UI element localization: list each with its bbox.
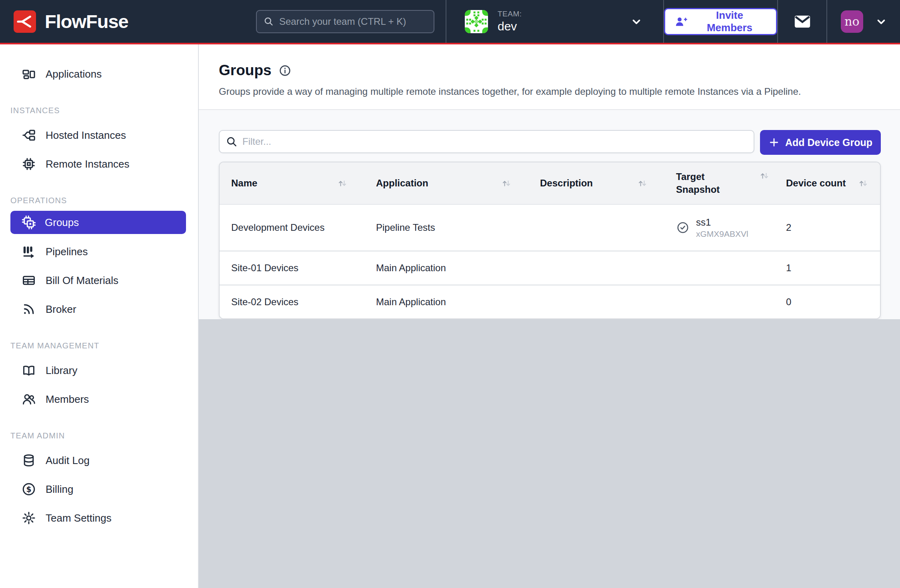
library-icon [22,363,36,378]
billing-icon: $ [22,482,36,496]
groups-toolbar: Add Device Group [219,130,881,155]
sidebar-section-instances: INSTANCES [0,106,198,115]
sidebar-item-team-settings[interactable]: Team Settings [0,504,198,532]
sidebar-section-team-management: TEAM MANAGEMENT [0,341,198,350]
chevron-down-icon[interactable] [875,16,887,28]
groups-icon [22,215,36,230]
sort-icon[interactable] [500,178,512,189]
empty-background-area [199,319,900,588]
column-header-device-count[interactable]: Device count [786,178,880,189]
team-switcher[interactable]: TEAM: dev [446,0,664,43]
check-circle-icon [676,221,690,234]
sidebar-item-groups[interactable]: Groups [10,211,186,234]
sidebar-item-hosted-instances[interactable]: Hosted Instances [0,121,198,150]
cell-name: Development Devices [231,222,376,233]
team-avatar [465,10,488,33]
cell-application: Main Application [376,262,540,274]
top-navigation-bar: FlowFuse [0,0,900,44]
chevron-down-icon[interactable] [630,16,642,28]
add-device-group-label: Add Device Group [785,137,872,148]
notifications-button[interactable] [778,0,827,43]
sidebar-section-operations: OPERATIONS [0,196,198,205]
header-search-zone [256,0,446,43]
hosted-instances-icon [22,128,36,142]
sidebar-item-pipelines[interactable]: Pipelines [0,237,198,266]
cell-device-count: 1 [786,262,880,274]
cell-device-count: 0 [786,296,880,308]
search-icon [263,16,274,27]
team-search-input[interactable] [279,16,427,27]
device-groups-table: Name Application [219,162,881,319]
invite-members-button[interactable]: Invite Members [664,8,777,35]
invite-zone: Invite Members [664,0,778,43]
brand-name: FlowFuse [45,10,128,32]
gear-icon [22,511,36,525]
mail-icon [793,12,812,31]
sidebar-item-broker[interactable]: Broker [0,295,198,324]
page-header: Groups Groups provide a way of managing … [199,44,900,110]
sidebar-item-label: Library [46,364,77,377]
filter-input[interactable] [242,136,748,147]
sidebar-item-label: Hosted Instances [46,129,126,142]
sidebar-section-team-admin: TEAM ADMIN [0,431,198,440]
app-root: FlowFuse [0,0,900,588]
table-row[interactable]: Site-02 Devices Main Application 0 [220,284,880,318]
sidebar-item-label: Groups [45,216,79,229]
sidebar-item-label: Billing [46,483,73,496]
table-row[interactable]: Development Devices Pipeline Tests ss1 x… [220,205,880,250]
cell-name: Site-01 Devices [231,262,376,274]
sidebar-item-label: Audit Log [46,454,90,467]
team-meta: TEAM: dev [498,10,522,33]
pipelines-icon [22,244,36,259]
column-header-description[interactable]: Description [540,178,676,189]
sidebar-item-members[interactable]: Members [0,385,198,414]
filter-box [219,130,754,153]
table-header-row: Name Application [220,162,880,205]
sidebar-item-label: Team Settings [46,512,112,524]
members-icon [22,392,36,406]
team-label: TEAM: [498,10,522,18]
column-header-application[interactable]: Application [376,178,540,189]
info-icon[interactable] [279,64,291,77]
column-header-name[interactable]: Name [231,178,376,189]
page-title: Groups [219,62,272,79]
plus-icon [768,137,780,148]
sidebar-item-billing[interactable]: $ Billing [0,475,198,504]
sidebar: Applications INSTANCES Hosted Instances … [0,44,199,588]
table-row[interactable]: Site-01 Devices Main Application 1 [220,250,880,284]
sort-icon[interactable] [857,178,869,189]
cell-target-snapshot: ss1 xGMX9ABXVl [676,217,786,239]
applications-icon [22,67,36,81]
sort-icon[interactable] [636,178,648,189]
team-name: dev [498,20,522,33]
sort-icon[interactable] [758,170,770,181]
sidebar-item-library[interactable]: Library [0,356,198,385]
remote-instances-icon [22,157,36,171]
user-menu: no [827,0,900,43]
brand: FlowFuse [0,0,256,43]
cell-device-count: 2 [786,222,880,233]
bill-of-materials-icon [22,273,36,288]
svg-text:$: $ [26,485,31,494]
sidebar-item-applications[interactable]: Applications [0,60,198,88]
flowfuse-logo-icon[interactable] [14,10,36,33]
invite-members-label: Invite Members [693,9,766,34]
sidebar-item-audit-log[interactable]: Audit Log [0,446,198,475]
user-avatar[interactable]: no [841,10,863,33]
groups-panel: Add Device Group Name Applic [199,110,900,319]
column-header-target-snapshot[interactable]: Target Snapshot [676,162,786,204]
sidebar-item-remote-instances[interactable]: Remote Instances [0,150,198,178]
add-device-group-button[interactable]: Add Device Group [760,130,881,155]
sidebar-item-label: Broker [46,303,76,316]
sidebar-item-label: Pipelines [46,246,88,258]
sort-icon[interactable] [336,178,348,189]
sidebar-item-bill-of-materials[interactable]: Bill Of Materials [0,266,198,295]
sidebar-item-label: Bill Of Materials [46,274,118,287]
main-content: Groups Groups provide a way of managing … [199,44,900,588]
snapshot-name: ss1 [696,217,748,228]
sidebar-item-label: Applications [46,68,102,80]
broker-icon [22,302,36,316]
cell-application: Pipeline Tests [376,222,540,233]
user-plus-icon [675,15,688,28]
cell-name: Site-02 Devices [231,296,376,308]
